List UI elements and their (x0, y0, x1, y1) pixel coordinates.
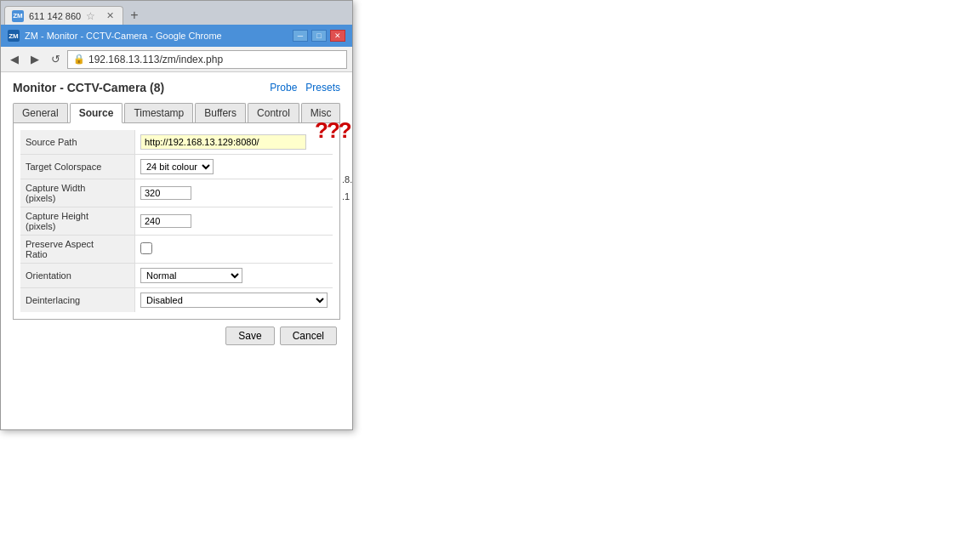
target-colorspace-row: Target Colorspace 24 bit colour 32 bit c… (20, 155, 333, 179)
preserve-aspect-label: Preserve AspectRatio (20, 236, 135, 263)
capture-height-row: Capture Height(pixels) (20, 207, 333, 236)
capture-height-label: Capture Height(pixels) (20, 207, 135, 235)
tab-bar: General Source Timestamp Buffers Control… (13, 103, 340, 123)
browser-titlebar: ZM ZM - Monitor - CCTV-Camera - Google C… (1, 25, 352, 47)
browser-title: ZM - Monitor - CCTV-Camera - Google Chro… (25, 31, 288, 41)
titlebar-favicon: ZM (8, 30, 20, 42)
target-colorspace-select[interactable]: 24 bit colour 32 bit colour 8 bit grey (140, 159, 214, 174)
presets-link[interactable]: Presets (305, 82, 340, 94)
browser-window: ZM 611 142 860 ☆ ✕ + ZM ZM - Monitor - C… (0, 0, 353, 430)
tab-favicon: ZM (12, 10, 24, 22)
reload-button[interactable]: ↺ (47, 51, 64, 68)
tab-buffers[interactable]: Buffers (195, 103, 246, 122)
close-button[interactable]: ✕ (330, 30, 345, 42)
window-controls: ─ □ ✕ (293, 30, 345, 42)
orientation-control: Normal Rotate 90 Rotate 180 Rotate 270 F… (135, 266, 333, 285)
capture-height-input[interactable] (140, 214, 191, 228)
maximize-button[interactable]: □ (311, 30, 327, 42)
capture-width-input[interactable] (140, 186, 191, 200)
url-text: 192.168.13.113/zm/index.php (88, 54, 223, 65)
orientation-row: Orientation Normal Rotate 90 Rotate 180 … (20, 264, 333, 288)
capture-height-control (135, 213, 333, 230)
browser-content: Monitor - CCTV-Camera (8) Probe Presets … (1, 72, 352, 429)
cancel-button[interactable]: Cancel (280, 327, 337, 345)
target-colorspace-label: Target Colorspace (20, 155, 135, 179)
orientation-label: Orientation (20, 264, 135, 287)
forward-button[interactable]: ▶ (26, 51, 43, 68)
orientation-select[interactable]: Normal Rotate 90 Rotate 180 Rotate 270 F… (140, 268, 242, 283)
deinterlacing-control: Disabled Enabled - Low Enabled - Medium … (135, 291, 333, 310)
tab-title: 611 142 860 (29, 11, 81, 21)
preserve-aspect-row: Preserve AspectRatio (20, 236, 333, 264)
page-title: Monitor - CCTV-Camera (8) (13, 81, 164, 94)
deinterlacing-row: Deinterlacing Disabled Enabled - Low Ena… (20, 288, 333, 312)
source-path-input[interactable] (140, 134, 306, 150)
source-path-label: Source Path (20, 130, 135, 154)
question-marks: ??? (315, 117, 350, 144)
browser-tab[interactable]: ZM 611 142 860 ☆ ✕ (4, 6, 123, 25)
deinterlacing-label: Deinterlacing (20, 288, 135, 312)
tab-close-button[interactable]: ✕ (104, 10, 116, 22)
capture-width-control (135, 185, 333, 202)
probe-link[interactable]: Probe (270, 82, 297, 94)
deinterlacing-select[interactable]: Disabled Enabled - Low Enabled - Medium … (140, 293, 328, 308)
minimize-button[interactable]: ─ (293, 30, 308, 42)
page-actions: Probe Presets (270, 82, 340, 94)
tab-source[interactable]: Source (70, 103, 123, 123)
save-button[interactable]: Save (225, 327, 274, 345)
preserve-aspect-control (135, 241, 333, 258)
lock-icon: 🔒 (73, 54, 85, 65)
target-colorspace-control: 24 bit colour 32 bit colour 8 bit grey (135, 157, 333, 176)
address-bar[interactable]: 🔒 192.168.13.113/zm/index.php (67, 50, 347, 69)
source-form: Source Path Target Colorspace 24 bit col… (13, 123, 340, 320)
back-button[interactable]: ◀ (6, 51, 23, 68)
source-path-control (135, 133, 333, 151)
browser-tab-bar: ZM 611 142 860 ☆ ✕ + (1, 1, 352, 25)
source-path-row: Source Path (20, 130, 333, 155)
preserve-aspect-checkbox[interactable] (140, 242, 152, 254)
side-number-1: .1 (342, 191, 350, 202)
capture-width-label: Capture Width(pixels) (20, 179, 135, 207)
button-row: Save Cancel (13, 320, 340, 349)
tab-timestamp[interactable]: Timestamp (124, 103, 193, 122)
tab-star-icon[interactable]: ☆ (86, 10, 95, 22)
tab-general[interactable]: General (13, 103, 68, 122)
new-tab-button[interactable]: + (125, 6, 144, 25)
page-header: Monitor - CCTV-Camera (8) Probe Presets (13, 81, 340, 94)
favicon-label: ZM (13, 12, 23, 20)
tab-control[interactable]: Control (248, 103, 299, 122)
browser-toolbar: ◀ ▶ ↺ 🔒 192.168.13.113/zm/index.php (1, 47, 352, 72)
side-number-8: .8. (342, 174, 352, 185)
capture-width-row: Capture Width(pixels) (20, 179, 333, 207)
